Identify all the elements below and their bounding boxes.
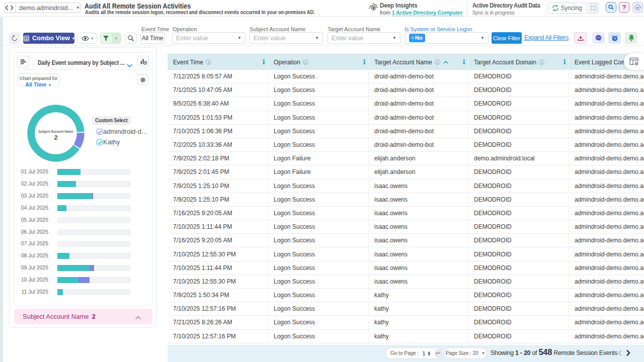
svg-text:2: 2 xyxy=(54,134,57,141)
svg-text:Subject Account Name: Subject Account Name xyxy=(38,130,73,134)
